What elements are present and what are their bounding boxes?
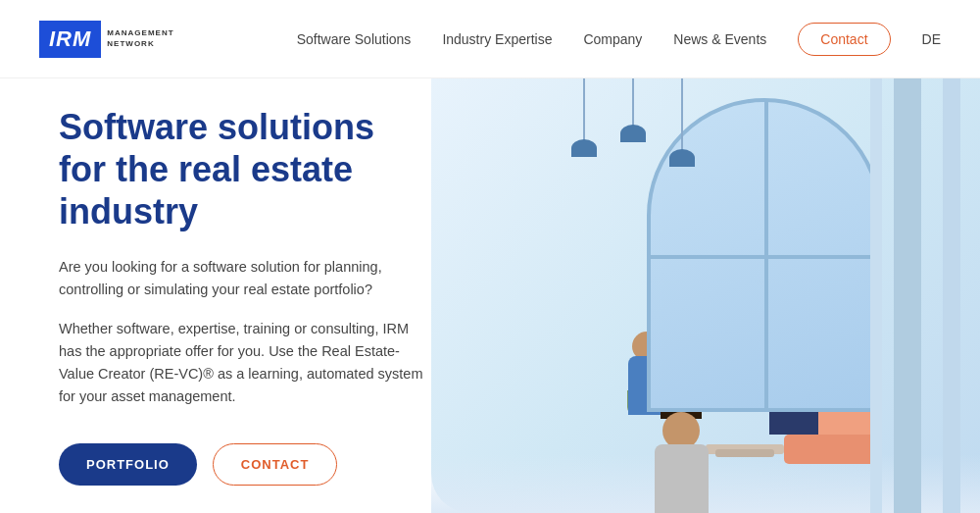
hero-section: Software solutions for the real estate i… xyxy=(0,78,980,513)
pendant-shade-3 xyxy=(669,149,695,167)
hero-content: Software solutions for the real estate i… xyxy=(0,106,490,487)
nav-news-events[interactable]: News & Events xyxy=(673,31,766,47)
hero-illustration xyxy=(431,78,980,513)
contact-button[interactable]: CONTACT xyxy=(213,443,338,486)
hero-description-2: Whether software, expertise, training or… xyxy=(59,318,431,409)
pendant-cord-3 xyxy=(681,78,683,157)
main-nav: Software Solutions Industry Expertise Co… xyxy=(297,23,941,56)
logo[interactable]: IRM MANAGEMENT NETWORK xyxy=(39,21,175,58)
person-4-body xyxy=(655,444,709,513)
nav-company[interactable]: Company xyxy=(583,31,642,47)
language-switcher[interactable]: DE xyxy=(922,31,941,47)
column-right-3 xyxy=(870,78,882,513)
pendant-shade-1 xyxy=(571,139,597,157)
portfolio-button[interactable]: PORTFOLIO xyxy=(59,443,197,486)
logo-subtitle: MANAGEMENT NETWORK xyxy=(107,28,175,49)
logo-irm: IRM xyxy=(49,26,91,51)
hero-title: Software solutions for the real estate i… xyxy=(59,106,431,233)
person-4-illustration xyxy=(637,395,725,513)
hero-description-1: Are you looking for a software solution … xyxy=(59,256,431,301)
logo-text: IRM xyxy=(39,21,101,58)
nav-software-solutions[interactable]: Software Solutions xyxy=(297,31,412,47)
column-right-1 xyxy=(894,78,921,513)
pendant-cord-1 xyxy=(583,78,585,147)
nav-industry-expertise[interactable]: Industry Expertise xyxy=(442,31,552,47)
hero-buttons: PORTFOLIO CONTACT xyxy=(59,443,431,486)
column-right-2 xyxy=(943,78,960,513)
header: IRM MANAGEMENT NETWORK Software Solution… xyxy=(0,0,980,78)
pendant-shade-2 xyxy=(620,125,646,142)
window-mullion-vertical xyxy=(764,102,768,408)
nav-contact-button[interactable]: Contact xyxy=(798,23,890,56)
